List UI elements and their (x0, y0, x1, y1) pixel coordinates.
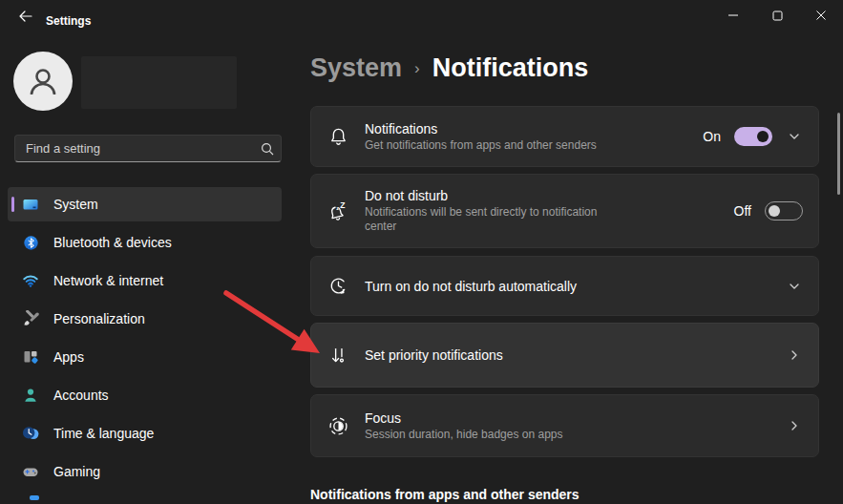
sidebar-item-time-language[interactable]: Time & language (8, 416, 282, 451)
card-title: Turn on do not disturb automatically (365, 279, 786, 294)
card-title: Notifications (365, 121, 703, 136)
sidebar-item-label: Apps (53, 349, 84, 365)
back-arrow-icon (18, 9, 33, 24)
sidebar-item-label: Gaming (53, 464, 100, 479)
bell-snooze-icon: z Z (311, 200, 365, 222)
bell-icon (311, 126, 365, 148)
toggle-state-label: On (703, 129, 721, 144)
do-not-disturb-toggle[interactable] (765, 201, 803, 220)
bluetooth-icon (8, 235, 53, 251)
time-language-icon (8, 425, 53, 442)
personalization-icon (8, 310, 53, 327)
sidebar-item-partial-icon (30, 495, 39, 500)
close-icon (815, 10, 827, 21)
maximize-icon (772, 10, 783, 21)
sidebar-item-network-internet[interactable]: Network & internet (8, 263, 282, 298)
section-header: Notifications from apps and other sender… (310, 487, 580, 502)
maximize-button[interactable] (755, 0, 799, 31)
scrollbar-thumb[interactable] (837, 113, 840, 195)
sidebar-item-accounts[interactable]: Accounts (8, 378, 282, 412)
card-notifications[interactable]: Notifications Get notifications from app… (310, 106, 819, 167)
svg-text:z: z (336, 205, 339, 211)
accounts-icon (8, 387, 53, 404)
sidebar-item-bluetooth-devices[interactable]: Bluetooth & devices (8, 225, 282, 260)
gaming-icon (8, 463, 53, 480)
priority-notifications-icon (311, 345, 365, 367)
chevron-right-icon[interactable] (786, 419, 803, 432)
card-set-priority-notifications[interactable]: Set priority notifications (310, 323, 819, 388)
sidebar-item-gaming[interactable]: Gaming (8, 454, 282, 489)
minimize-button[interactable] (711, 0, 755, 31)
system-icon (8, 196, 53, 213)
notifications-toggle[interactable] (734, 127, 772, 146)
card-subtitle: Session duration, hide badges on apps (365, 428, 786, 442)
page-title: Notifications (432, 53, 589, 83)
window-controls (711, 0, 843, 31)
titlebar: Settings (0, 0, 843, 32)
card-title: Set priority notifications (365, 347, 786, 363)
chevron-down-icon[interactable] (786, 280, 803, 293)
breadcrumb-parent[interactable]: System (310, 53, 402, 83)
close-button[interactable] (799, 0, 843, 31)
card-subtitle: Notifications will be sent directly to n… (365, 205, 601, 234)
network-icon (8, 272, 53, 289)
svg-text:Z: Z (340, 200, 345, 210)
card-subtitle: Get notifications from apps and other se… (365, 138, 703, 153)
card-dnd-automatic[interactable]: Turn on do not disturb automatically (310, 256, 819, 316)
clock-history-icon (311, 275, 365, 297)
sidebar-item-personalization[interactable]: Personalization (8, 302, 282, 336)
apps-icon (8, 348, 53, 366)
chevron-right-icon[interactable] (786, 348, 803, 362)
minimize-icon (727, 10, 739, 21)
back-button[interactable] (10, 4, 42, 29)
card-title: Focus (365, 410, 786, 426)
breadcrumb: System › Notifications (310, 53, 588, 83)
avatar (13, 52, 73, 111)
chevron-down-icon[interactable] (786, 130, 803, 143)
card-focus[interactable]: Focus Session duration, hide badges on a… (310, 394, 819, 457)
sidebar-item-apps[interactable]: Apps (8, 340, 282, 374)
search-input[interactable] (15, 141, 254, 156)
card-do-not-disturb[interactable]: z Z Do not disturb Notifications will be… (310, 174, 819, 248)
card-title: Do not disturb (365, 188, 734, 203)
profile-name-area (81, 56, 237, 109)
breadcrumb-separator-icon: › (414, 59, 420, 78)
sidebar-item-label: System (53, 197, 98, 212)
toggle-state-label: Off (734, 203, 751, 219)
search-icon[interactable] (254, 142, 281, 156)
focus-icon (311, 415, 365, 437)
sidebar-item-label: Bluetooth & devices (53, 235, 172, 250)
selection-indicator (11, 197, 14, 212)
sidebar-item-label: Time & language (53, 426, 154, 441)
sidebar-item-label: Personalization (53, 311, 145, 326)
app-title: Settings (46, 14, 91, 28)
person-icon (24, 62, 62, 100)
sidebar-item-system[interactable]: System (8, 187, 282, 221)
sidebar-item-label: Network & internet (53, 273, 163, 288)
search-box (14, 135, 282, 162)
sidebar-item-label: Accounts (53, 388, 109, 403)
sidebar-nav: System Bluetooth & devices Network & int… (8, 187, 282, 493)
